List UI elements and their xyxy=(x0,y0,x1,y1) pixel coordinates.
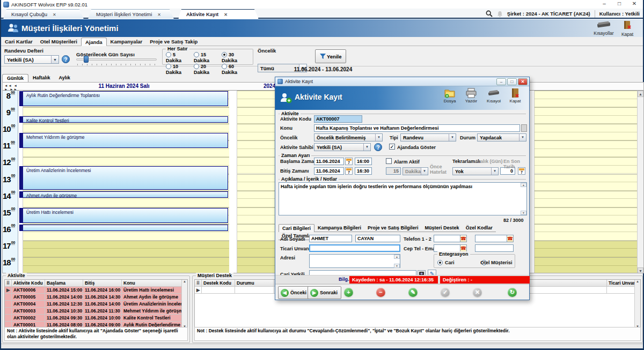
maximize-icon[interactable]: □ xyxy=(612,0,627,8)
sonraki-button[interactable]: ▶ Sonraki xyxy=(308,286,341,299)
calendar-event[interactable]: Mehmet Yıldırım ile görüşme xyxy=(19,133,228,148)
dialog-tab-özel-kodlar[interactable]: Özel Kodlar xyxy=(463,224,496,232)
app-tab-0[interactable]: Kısayol Çubuğu✕ xyxy=(3,9,84,19)
adresi-scroll-down-icon[interactable]: ▼ xyxy=(394,264,400,268)
dialog-minimize-icon[interactable]: – xyxy=(496,78,506,85)
calendar-slot[interactable] xyxy=(23,157,229,166)
module-tab-proje-ve-satış-takip[interactable]: Proje ve Satış Takip xyxy=(146,38,201,46)
dosya-button[interactable]: Dosya xyxy=(439,88,460,108)
calendar-slot[interactable] xyxy=(535,166,638,174)
dialog-kisayol-button[interactable]: Kısayol xyxy=(483,88,504,108)
cell[interactable]: 11.06.2024 14:00 xyxy=(45,294,83,301)
calendar-slot[interactable] xyxy=(23,249,229,257)
notification-bell-icon[interactable] xyxy=(497,11,503,17)
calendar-slot[interactable] xyxy=(23,199,229,207)
calendar-slot[interactable] xyxy=(535,241,638,249)
scroll-up-icon[interactable]: ▲ xyxy=(638,91,643,97)
tab-close-icon[interactable]: ✕ xyxy=(224,12,228,17)
cell[interactable]: Üretim Hattı incelemesi xyxy=(122,287,182,294)
view-tab-günlük[interactable]: Günlük xyxy=(2,74,28,82)
calendar-slot[interactable] xyxy=(23,232,229,241)
calendar-event[interactable]: Aylık Rutin Değerlendirme Toplantısı xyxy=(19,91,228,106)
calendar-slot[interactable] xyxy=(535,149,638,158)
calendar-slot[interactable] xyxy=(535,182,638,191)
calendar-slot[interactable] xyxy=(535,232,638,241)
dialog-tab-proje-ve-satış-bilgileri[interactable]: Proje ve Satış Bilgileri xyxy=(364,224,422,232)
aktivite-kodu-input[interactable]: AKT00007 xyxy=(314,115,362,123)
calendar-slot[interactable] xyxy=(23,257,229,266)
help-icon[interactable]: ? xyxy=(62,55,70,63)
column-header[interactable]: Aktivite Kodu xyxy=(12,280,45,287)
calendar-event[interactable]: Ahmet Aydın ile görüşme xyxy=(19,191,228,198)
dialog-oncelik-select[interactable]: Öncelik Belirtilmemiş▼ xyxy=(314,133,383,142)
sahibi-help-icon[interactable]: ? xyxy=(374,143,382,151)
aktivite-table[interactable]: ⠿Aktivite KoduBaşlamaBitişKonu▶AKT000061… xyxy=(4,279,188,329)
cell[interactable]: Ahmet Aydın ile görüşme xyxy=(122,294,182,301)
calendar-slot[interactable] xyxy=(535,132,638,141)
aciklama-textarea[interactable]: Hafta içinde yapılan tüm işlerin doğru t… xyxy=(279,182,527,215)
bitis-calendar-icon[interactable]: 7 xyxy=(345,167,353,175)
calendar-slot[interactable] xyxy=(535,257,638,266)
calendar-slot[interactable] xyxy=(535,174,638,183)
baslama-time-input[interactable]: 16:00 xyxy=(355,158,372,165)
view-tab-haftalık[interactable]: Haftalık xyxy=(28,74,55,82)
ajandada-goster-checkbox[interactable]: ✓ xyxy=(389,144,395,150)
cell[interactable]: Kalite Kontrol Testleri xyxy=(122,315,182,322)
view-tab-aylık[interactable]: Aylık xyxy=(55,74,75,82)
minimize-icon[interactable]: – xyxy=(597,0,612,8)
cell[interactable]: 11.06.2024 14:30 xyxy=(83,294,122,301)
calendar-slot[interactable] xyxy=(535,99,638,108)
cell[interactable]: 11.06.2024 11:30 xyxy=(83,308,122,315)
add-record-icon[interactable]: + xyxy=(344,288,353,297)
dialog-tab-kampanya-bilgileri[interactable]: Kampanya Bilgileri xyxy=(314,224,364,232)
phone-icon-2[interactable]: ☎ xyxy=(507,235,514,242)
bitis-time-input[interactable]: 16:30 xyxy=(355,167,372,175)
column-header[interactable]: Ticari Unvanı xyxy=(607,280,638,287)
cell[interactable] xyxy=(235,287,274,294)
bitis-date-input[interactable]: 11.06.2024 xyxy=(314,167,344,175)
cell[interactable]: 11.06.2024 15:00 xyxy=(45,287,83,294)
calendar-slot[interactable] xyxy=(535,116,638,124)
phone-icon[interactable]: ☎ xyxy=(460,235,467,242)
konu-input[interactable]: Hafta Kapanış Toplantısı ve Haftanın Değ… xyxy=(314,124,520,132)
module-tab-cari-kartlar[interactable]: Cari Kartlar xyxy=(1,38,36,46)
email-input[interactable] xyxy=(475,244,514,252)
calendar-slot[interactable] xyxy=(535,124,638,132)
aciklama-scroll-down-icon[interactable]: ▼ xyxy=(521,211,526,215)
radio-5-dakika[interactable] xyxy=(166,52,171,57)
cell[interactable]: AKT00006 xyxy=(12,287,45,294)
cell[interactable]: 11.06.2024 12:30 xyxy=(45,301,83,308)
column-header[interactable]: Destek Kodu xyxy=(202,280,235,287)
cell[interactable]: 11.06.2024 16:00 xyxy=(83,287,122,294)
randevu-defteri-select[interactable]: Yetkili (SA)▼ xyxy=(4,55,59,64)
destek-vscrollbar[interactable]: ▲▼ xyxy=(634,280,640,328)
calendar-day3-column[interactable] xyxy=(530,91,638,273)
baslama-date-input[interactable]: 11.06.2024 xyxy=(314,158,344,165)
dialog-kapat-button[interactable]: Kapat xyxy=(504,88,526,108)
refresh-record-icon[interactable]: ↻ xyxy=(508,288,517,297)
tekrar-select[interactable]: Yok▼ xyxy=(452,167,499,175)
yenile-button[interactable]: Yenile xyxy=(315,49,346,63)
adresi-scroll-up-icon[interactable]: ▲ xyxy=(394,255,400,259)
search-icon[interactable] xyxy=(486,10,493,17)
app-tab-1[interactable]: Müşteri İlişkileri Yönetimi✕ xyxy=(88,9,174,19)
cari-radio[interactable] xyxy=(437,260,443,265)
soyadi-input[interactable]: CAYAN xyxy=(355,235,400,242)
column-header[interactable]: Bitiş xyxy=(83,280,122,287)
sahibi-select[interactable]: Yetkili (SA)▼ xyxy=(314,143,371,151)
module-tab-kampanyalar[interactable]: Kampanyalar xyxy=(107,38,147,46)
calendar-event[interactable]: Üretim Analizlerinin İncelenmesi xyxy=(19,166,228,190)
gun-sayisi-slider[interactable] xyxy=(76,56,157,63)
calendar-slot[interactable] xyxy=(23,124,229,132)
durum-select[interactable]: Yapılacak▼ xyxy=(477,133,526,142)
delete-record-icon[interactable]: − xyxy=(376,288,385,297)
cell[interactable]: 11.06.2024 10:30 xyxy=(45,308,83,315)
calendar-slot[interactable] xyxy=(535,191,638,199)
cell[interactable] xyxy=(607,287,638,294)
calendar-slot[interactable] xyxy=(23,149,229,158)
alarm-value-input[interactable]: 15 xyxy=(386,167,401,175)
slider-thumb[interactable] xyxy=(84,56,89,63)
app-tab-2[interactable]: Aktivite Kayıt✕ xyxy=(178,9,259,19)
cell[interactable]: Mehmet Yıldırım ile görüşme xyxy=(122,308,182,315)
cancel-record-icon[interactable]: ✕ xyxy=(473,288,482,297)
